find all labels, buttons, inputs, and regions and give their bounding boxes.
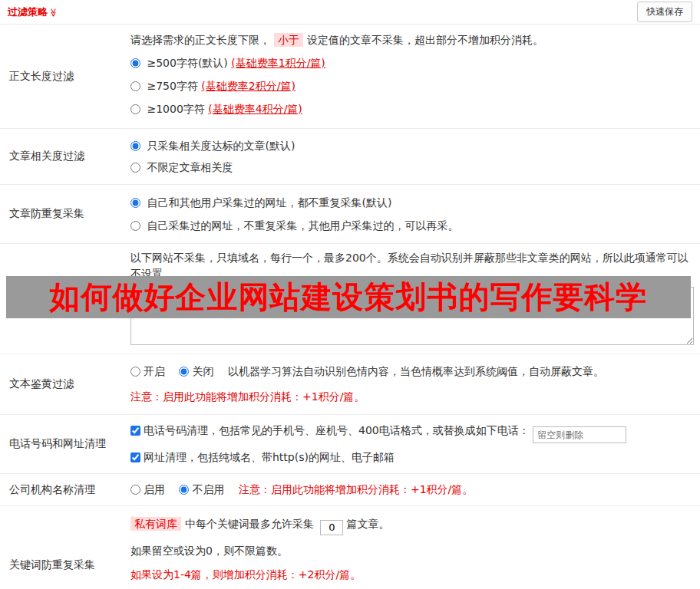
option-text: 关闭 [192,365,213,377]
keyword-line1-text: 中每个关键词最多允许采集 [185,518,314,530]
option-text: 开启 [144,365,165,377]
row-keyword-dedup: 关键词防重复采集 私有词库中每个关键词最多允许采集 篇文章。 如果留空或设为0，… [0,506,700,589]
body-length-option-500[interactable]: ≥500字符(默认) (基础费率1积分/篇) [130,51,694,74]
row-label-porn-filter: 文本鉴黄过滤 [0,354,130,414]
url-cleanup-option[interactable]: 网址清理，包括纯域名、带http(s)的网址、电子邮箱 [130,451,395,463]
relevance-strict-radio[interactable] [130,141,140,151]
row-label-phone-url: 电话号码和网址清理 [0,415,130,473]
url-cleanup-checkbox[interactable] [130,452,140,462]
company-warning: 注意：启用此功能将增加积分消耗：+1积分/篇。 [239,483,473,495]
porn-filter-option-off[interactable]: 关闭 [179,365,216,377]
relevance-option-strict[interactable]: 只采集相关度达标的文章(默认) [130,135,694,156]
keyword-line1-suffix: 篇文章。 [346,518,389,530]
phone-cleanup-option[interactable]: 电话号码清理，包括常见的手机号、座机号、400电话格式，或替换成如下电话： [130,424,533,436]
option-fee-note: (基础费率1积分/篇) [231,57,325,69]
option-text: 启用 [144,483,165,495]
keyword-line3-warning: 如果设为1-4篇，则增加积分消耗：+2积分/篇。 [130,566,694,583]
company-option-enable[interactable]: 启用 [130,483,168,495]
quick-save-button[interactable]: 快速保存 [637,2,692,22]
dedup-self-radio[interactable] [130,221,140,231]
body-length-option-750[interactable]: ≥750字符 (基础费率2积分/篇) [130,74,694,97]
option-text: 电话号码清理，包括常见的手机号、座机号、400电话格式，或替换成如下电话： [144,424,530,436]
dedup-option-self[interactable]: 自己采集过的网址，不重复采集，其他用户采集过的，可以再采。 [130,214,694,237]
row-phone-url-cleanup: 电话号码和网址清理 电话号码清理，包括常见的手机号、座机号、400电话格式，或替… [0,415,700,474]
body-length-500-radio[interactable] [130,58,140,68]
dedup-global-radio[interactable] [130,198,140,208]
option-text: 自己采集过的网址，不重复采集，其他用户采集过的，可以再采。 [147,219,458,232]
body-length-intro: 请选择需求的正文长度下限，小于设定值的文章不采集，超出部分不增加积分消耗。 [130,32,694,48]
body-length-1000-radio[interactable] [130,104,140,114]
porn-filter-option-on[interactable]: 开启 [130,365,168,377]
body-length-750-radio[interactable] [130,81,140,91]
keyword-line2: 如果留空或设为0，则不限篇数。 [130,542,694,559]
company-option-disable[interactable]: 不启用 [179,483,227,495]
intro-prefix: 请选择需求的正文长度下限， [130,34,270,46]
row-label-company: 公司机构名称清理 [0,474,130,505]
row-porn-filter: 文本鉴黄过滤 开启 关闭 以机器学习算法自动识别色情内容，当色情概率达到系统阈值… [0,354,700,415]
less-than-highlight: 小于 [274,33,303,47]
phone-cleanup-checkbox[interactable] [130,426,140,436]
option-text: 自己和其他用户采集过的网址，都不重复采集(默认) [147,196,391,209]
watermark-overlay: 如何做好企业网站建设策划书的写作要科学 [6,276,691,318]
row-label-dedup: 文章防重复采集 [0,185,130,243]
page-title[interactable]: 过滤策略≫ [8,5,58,19]
body-length-option-1000[interactable]: ≥1000字符 (基础费率4积分/篇) [130,97,694,120]
option-text: 只采集相关度达标的文章(默认) [147,140,295,152]
option-text: 不限定文章相关度 [147,161,233,173]
porn-filter-warning: 注意：启用此功能将增加积分消耗：+1积分/篇。 [130,389,694,405]
option-text: ≥500字符(默认) [147,57,231,69]
intro-suffix: 设定值的文章不采集，超出部分不增加积分消耗。 [307,34,543,46]
relevance-any-radio[interactable] [130,163,140,173]
row-company-name-cleanup: 公司机构名称清理 启用 不启用 注意：启用此功能将增加积分消耗：+1积分/篇。 [0,474,700,506]
phone-replacement-input[interactable] [533,426,626,443]
row-dedup-collection: 文章防重复采集 自己和其他用户采集过的网址，都不重复采集(默认) 自己采集过的网… [0,185,700,244]
chevron-down-icon: ≫ [48,8,58,17]
option-text: ≥1000字符 [147,103,208,115]
company-enable-radio[interactable] [130,485,140,495]
option-text: 网址清理，包括纯域名、带http(s)的网址、电子邮箱 [144,451,395,463]
row-label-keyword: 关键词防重复采集 [0,506,130,589]
option-text: ≥750字符 [147,80,201,92]
row-label-body-length: 正文长度过滤 [0,25,130,128]
row-body-length-filter: 正文长度过滤 请选择需求的正文长度下限，小于设定值的文章不采集，超出部分不增加积… [0,25,700,129]
top-toolbar: 过滤策略≫ 快速保存 [0,0,700,25]
porn-off-radio[interactable] [179,367,189,377]
keyword-count-input[interactable] [320,520,343,535]
dedup-option-global[interactable]: 自己和其他用户采集过的网址，都不重复采集(默认) [130,191,694,214]
relevance-option-any[interactable]: 不限定文章相关度 [130,156,694,178]
option-fee-note: (基础费率4积分/篇) [208,103,302,115]
page-title-label: 过滤策略 [8,6,48,18]
option-text: 不启用 [192,483,224,495]
option-fee-note: (基础费率2积分/篇) [201,80,296,92]
porn-on-radio[interactable] [130,367,140,377]
company-disable-radio[interactable] [179,485,189,495]
watermark-text: 如何做好企业网站建设策划书的写作要科学 [50,276,648,318]
porn-filter-desc: 以机器学习算法自动识别色情内容，当色情概率达到系统阈值，自动屏蔽文章。 [228,365,604,377]
private-lexicon-chip: 私有词库 [130,517,181,531]
row-relevance-filter: 文章相关度过滤 只采集相关度达标的文章(默认) 不限定文章相关度 [0,129,700,185]
row-label-relevance: 文章相关度过滤 [0,129,130,184]
